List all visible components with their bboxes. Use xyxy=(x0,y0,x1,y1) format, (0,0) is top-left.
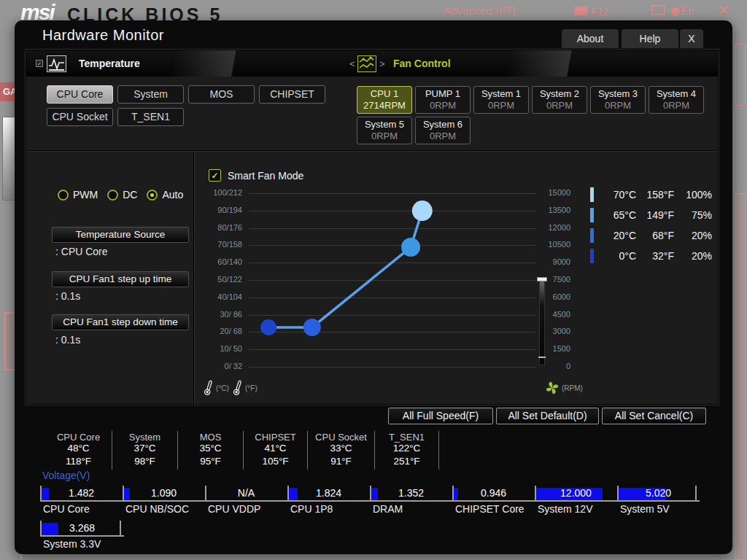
temp-readout-chipset: CHIPSET41°C105°F xyxy=(244,431,308,470)
fan-curve-point-0[interactable] xyxy=(260,319,276,335)
voltage-gauge: N/A xyxy=(205,486,287,502)
temp-axis-tick: 30/ 86 xyxy=(197,310,242,319)
temp-readout-cpu-core: CPU Core48°C118°F xyxy=(45,431,112,470)
voltage-label: System 3.3V xyxy=(40,537,124,550)
temp-readout-fahrenheit: 91°F xyxy=(308,454,374,467)
action-button-all-set-default-d-[interactable]: All Set Default(D) xyxy=(496,408,599,424)
temp-readout-system: System37°C98°F xyxy=(112,431,178,470)
screen: { "background": { "logo": "msi", "bios_t… xyxy=(0,0,747,560)
fan-tab-rpm: 0RPM xyxy=(649,100,703,112)
radio-dot xyxy=(150,193,154,197)
voltage-label: System 12V xyxy=(535,502,617,515)
fan-tab-cpu-1[interactable]: CPU 12714RPM xyxy=(357,86,412,114)
temp-axis-tick: 90/194 xyxy=(197,206,242,214)
help-button[interactable]: Help xyxy=(622,29,678,48)
temp-tab-cpu-core[interactable]: CPU Core xyxy=(47,85,113,104)
temp-axis-tick: 70/158 xyxy=(197,240,242,249)
fan-tab-pump-1[interactable]: PUMP 10RPM xyxy=(415,86,471,114)
fan-prev-arrow[interactable]: < xyxy=(349,58,355,69)
fan-curve-line xyxy=(268,211,422,327)
voltage-cell-dram: 1.352DRAM xyxy=(370,486,452,515)
field-value-0: : CPU Core xyxy=(55,246,108,257)
field-value-1: : 0.1s xyxy=(55,290,80,302)
temp-readout-label: System xyxy=(112,432,177,443)
legend-temp-c: 65°C xyxy=(601,209,636,221)
fan-tab-system-2[interactable]: System 20RPM xyxy=(532,86,587,114)
fan-speed-slider-track[interactable] xyxy=(539,279,545,365)
fan-speed-slider-handle[interactable] xyxy=(537,277,547,281)
temp-readout-celsius: 122°C xyxy=(375,443,438,454)
legend-temp-f: 149°F xyxy=(636,209,674,221)
fan-curve-point-2[interactable] xyxy=(401,238,420,257)
game-boost-label: GA xyxy=(0,82,15,101)
action-button-all-full-speed-f-[interactable]: All Full Speed(F) xyxy=(388,408,493,424)
radio-label: PWM xyxy=(73,189,98,201)
fan-tab-system-1[interactable]: System 10RPM xyxy=(473,86,529,114)
close-button[interactable]: X xyxy=(680,29,703,48)
rpm-axis-tick: 4500 xyxy=(543,310,570,319)
temp-axis-tick: 0/ 32 xyxy=(197,362,242,370)
fan-tab-rpm: 0RPM xyxy=(533,100,587,112)
temp-tab-cpu-socket[interactable]: CPU Socket xyxy=(47,108,113,126)
fan-tab-system-4[interactable]: System 40RPM xyxy=(649,86,704,114)
legend-fan-percent: 75% xyxy=(674,209,712,221)
radio-label: Auto xyxy=(162,189,183,201)
fan-tab-system-5[interactable]: System 50RPM xyxy=(357,117,412,144)
voltage-cell-system-5v: 5.020System 5V xyxy=(617,486,700,515)
temp-axis-tick: 50/122 xyxy=(197,275,242,284)
temperature-readouts: CPU Core48°C118°FSystem37°C98°FMOS35°C95… xyxy=(45,431,439,470)
voltage-gauge: 1.482 xyxy=(40,486,123,502)
field-button-0[interactable]: Temperature Source xyxy=(52,227,189,243)
temp-readout-fahrenheit: 95°F xyxy=(178,454,243,467)
temp-readout-celsius: 33°C xyxy=(308,443,374,454)
action-button-all-set-cancel-c-[interactable]: All Set Cancel(C) xyxy=(602,408,706,424)
voltage-label: CHIPSET Core xyxy=(452,502,535,515)
temp-axis-tick: 100/212 xyxy=(197,188,242,197)
smart-fan-mode-checkbox[interactable]: ✓ xyxy=(209,169,221,182)
fan-curve-point-3[interactable] xyxy=(412,201,433,221)
temp-tab-t-sen1[interactable]: T_SEN1 xyxy=(117,108,184,126)
field-button-2[interactable]: CPU Fan1 step down time xyxy=(52,314,189,330)
monitor-panel: ✓ Temperature < > Fan Control CPU CoreSy… xyxy=(26,50,719,405)
temp-tab-chipset[interactable]: CHIPSET xyxy=(259,85,325,104)
voltage-value: N/A xyxy=(205,487,287,499)
fan-mode-radio-dc[interactable]: DC xyxy=(107,189,137,201)
field-button-1[interactable]: CPU Fan1 step up time xyxy=(52,271,189,287)
radio-circle-icon xyxy=(147,190,158,201)
temp-readout-fahrenheit: 118°F xyxy=(45,454,112,467)
fan-tab-rpm: 2714RPM xyxy=(357,100,411,112)
bg-right-box xyxy=(735,44,746,106)
fan-tab-system-6[interactable]: System 60RPM xyxy=(415,117,471,144)
fan-tab-rpm: 0RPM xyxy=(416,100,470,112)
field-value-2: : 0.1s xyxy=(55,334,80,346)
temp-tab-mos[interactable]: MOS xyxy=(188,85,255,104)
voltage-row-1: 1.482CPU Core1.090CPU NB/SOCN/ACPU VDDP1… xyxy=(40,486,700,515)
legend-temp-c: 20°C xyxy=(601,230,636,241)
fan-tab-system-3[interactable]: System 30RPM xyxy=(590,86,646,114)
fan-tab-label: PUMP 1 xyxy=(416,88,470,100)
about-button[interactable]: About xyxy=(562,29,619,48)
temperature-tabs: CPU CoreSystemMOSCHIPSETCPU SocketT_SEN1 xyxy=(47,85,331,126)
hardware-monitor-dialog: Hardware Monitor About Help X ✓ Temperat… xyxy=(15,20,732,554)
fan-tab-label: System 5 xyxy=(357,119,411,131)
vertical-divider xyxy=(193,152,195,405)
temp-readout-fahrenheit: 251°F xyxy=(375,454,438,467)
fan-tab-rpm: 0RPM xyxy=(591,100,645,112)
fan-curve-point-1[interactable] xyxy=(303,319,321,336)
temp-axis-tick: 80/176 xyxy=(197,223,242,232)
fan-mode-radio-auto[interactable]: Auto xyxy=(147,189,183,201)
legend-temp-c: 70°C xyxy=(601,189,636,201)
rpm-axis-tick: 1500 xyxy=(543,344,570,353)
rpm-axis-tick: 10500 xyxy=(543,240,570,249)
legend-row: 0°C32°F20% xyxy=(590,246,712,266)
fan-curve-legend: 70°C158°F100%65°C149°F75%20°C68°F20%0°C3… xyxy=(590,184,712,266)
fan-mode-radio-pwm[interactable]: PWM xyxy=(58,189,98,201)
fan-tabs: CPU 12714RPMPUMP 10RPMSystem 10RPMSystem… xyxy=(357,86,711,144)
legend-row: 65°C149°F75% xyxy=(590,205,712,225)
temp-axis-tick: 20/ 68 xyxy=(197,327,242,335)
fan-next-arrow[interactable]: > xyxy=(379,58,385,69)
temp-tab-system[interactable]: System xyxy=(117,85,184,104)
fan-control-icon xyxy=(357,55,376,72)
smart-fan-mode-label: Smart Fan Mode xyxy=(228,170,303,182)
temp-readout-fahrenheit: 105°F xyxy=(244,454,307,467)
